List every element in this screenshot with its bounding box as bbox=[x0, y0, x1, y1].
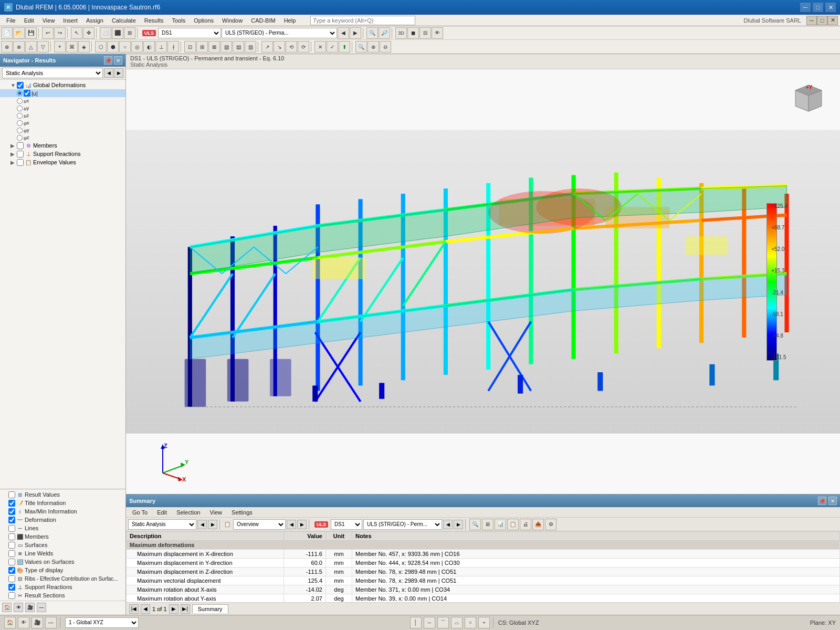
tb2-5[interactable]: ⌖ bbox=[54, 41, 66, 52]
nav-pin-btn[interactable]: 📌 bbox=[104, 56, 112, 65]
tb2-12[interactable]: ◐ bbox=[143, 41, 155, 52]
tb2-11[interactable]: ◎ bbox=[131, 41, 143, 52]
nav-close-btn[interactable]: ✕ bbox=[114, 56, 122, 65]
nav-global-deformations-check[interactable] bbox=[17, 82, 24, 89]
nav-title-info[interactable]: 📝 Title Information bbox=[0, 499, 125, 507]
menu-calculate[interactable]: Calculate bbox=[108, 15, 140, 26]
search-input[interactable] bbox=[310, 16, 415, 25]
nav-envelope[interactable]: ▶ 📋 Envelope Values bbox=[0, 158, 125, 166]
table-row[interactable]: Maximum displacement in Z-direction -111… bbox=[127, 568, 840, 576]
viewport-canvas[interactable]: +125.4 +88.7 +52.0 +15.3 -21.4 -58.1 -94… bbox=[126, 69, 840, 494]
summary-pin-btn[interactable]: 📌 bbox=[818, 497, 826, 505]
nav-members-disp[interactable]: ⬛ Members bbox=[0, 532, 125, 541]
status-dash-btn[interactable]: — bbox=[45, 617, 57, 628]
nav-item-phix[interactable]: φx bbox=[0, 119, 125, 127]
sum-load-next[interactable]: ▶ bbox=[454, 520, 463, 529]
sum-load-select[interactable]: ULS (STR/GEO) - Perm... bbox=[363, 519, 442, 530]
nav-support-reactions-disp[interactable]: ⊥ Support Reactions bbox=[0, 583, 125, 591]
tb2-26[interactable]: ✓ bbox=[327, 41, 338, 52]
tb-select[interactable]: ↖ bbox=[71, 27, 82, 39]
nav-item-phiy[interactable]: φy bbox=[0, 127, 125, 134]
menu-insert[interactable]: Insert bbox=[59, 15, 82, 26]
sum-tb3[interactable]: 📊 bbox=[495, 519, 506, 530]
summary-goto[interactable]: Go To bbox=[128, 509, 152, 516]
tb2-9[interactable]: ⬢ bbox=[107, 41, 119, 52]
menu-edit[interactable]: Edit bbox=[20, 15, 38, 26]
nav-item-uz[interactable]: uz bbox=[0, 112, 125, 119]
tb2-2[interactable]: ⊗ bbox=[13, 41, 25, 52]
tb2-29[interactable]: ⊕ bbox=[368, 41, 379, 52]
summary-view[interactable]: View bbox=[205, 509, 226, 516]
sb-tb4[interactable]: ⌓ bbox=[451, 617, 463, 628]
table-row[interactable]: Maximum displacement in Y-direction 60.0… bbox=[127, 559, 840, 568]
tb2-19[interactable]: ▤ bbox=[233, 41, 244, 52]
table-row[interactable]: Maximum rotation about Y-axis 2.07 deg M… bbox=[127, 594, 840, 603]
nav-bottom-btn1[interactable]: 🏠 bbox=[2, 603, 12, 612]
sum-tb4[interactable]: 📋 bbox=[507, 519, 519, 530]
tb2-10[interactable]: ○ bbox=[119, 41, 131, 52]
sb-tb2[interactable]: ↔ bbox=[424, 617, 435, 628]
table-row[interactable]: Maximum rotation about X-axis -14.02 deg… bbox=[127, 585, 840, 594]
sum-ds-select[interactable]: DS1 bbox=[331, 519, 362, 530]
summary-view-select[interactable]: Overview bbox=[233, 519, 286, 530]
menu-tools[interactable]: Tools bbox=[167, 15, 190, 26]
minimize-button[interactable]: ─ bbox=[800, 3, 811, 12]
tb2-20[interactable]: ▥ bbox=[245, 41, 256, 52]
nav-members[interactable]: ▶ ⚙ Members bbox=[0, 141, 125, 150]
tb2-25[interactable]: ✕ bbox=[314, 41, 326, 52]
nav-item-u-abs[interactable]: |u| bbox=[0, 89, 125, 97]
inner-minimize[interactable]: ─ bbox=[806, 16, 817, 25]
tb2-27[interactable]: ⬆ bbox=[339, 41, 350, 52]
status-cam-btn[interactable]: 🎥 bbox=[32, 617, 43, 628]
close-button[interactable]: ✕ bbox=[825, 3, 836, 12]
sb-tb5[interactable]: ○ bbox=[465, 617, 476, 628]
tb-undo[interactable]: ↩ bbox=[42, 27, 54, 39]
tb2-3[interactable]: △ bbox=[25, 41, 37, 52]
sum-tb6[interactable]: 📤 bbox=[532, 519, 544, 530]
cs-select[interactable]: 1 - Global XYZ bbox=[65, 617, 139, 628]
tb2-22[interactable]: ↘ bbox=[274, 41, 285, 52]
nav-values-surfaces[interactable]: 🔢 Values on Surfaces bbox=[0, 558, 125, 566]
nav-item-ux[interactable]: ux bbox=[0, 97, 125, 104]
nav-item-phiz[interactable]: φz bbox=[0, 134, 125, 141]
nav-envelope-check[interactable] bbox=[17, 159, 24, 166]
nav-support-reactions[interactable]: ▶ ⊥ Support Reactions bbox=[0, 150, 125, 158]
menu-window[interactable]: Window bbox=[218, 15, 247, 26]
page-next-btn[interactable]: ▶ bbox=[169, 604, 178, 614]
uls-select[interactable]: DS1 bbox=[158, 28, 221, 38]
nav-lines[interactable]: ─ Lines bbox=[0, 524, 125, 532]
nav-bottom-btn3[interactable]: 🎥 bbox=[25, 603, 35, 612]
nav-next-btn[interactable]: ▶ bbox=[114, 68, 123, 78]
summary-close-btn[interactable]: ✕ bbox=[828, 497, 837, 505]
nav-line-welds[interactable]: ≋ Line Welds bbox=[0, 549, 125, 558]
tb-move[interactable]: ✥ bbox=[83, 27, 94, 39]
nav-ribs[interactable]: ⊟ Ribs - Effective Contribution on Surfa… bbox=[0, 574, 125, 583]
summary-selection[interactable]: Selection bbox=[172, 509, 204, 516]
sum-tb2[interactable]: ⊞ bbox=[482, 519, 494, 530]
page-prev-btn[interactable]: ◀ bbox=[141, 604, 150, 614]
sum-view-prev[interactable]: ◀ bbox=[287, 520, 296, 529]
menu-cadbim[interactable]: CAD-BIM bbox=[247, 15, 279, 26]
nav-deformation[interactable]: 〰 Deformation bbox=[0, 516, 125, 524]
sb-tb1[interactable]: │ bbox=[410, 617, 422, 628]
tb-save[interactable]: 💾 bbox=[25, 27, 37, 39]
tb2-23[interactable]: ⟲ bbox=[286, 41, 297, 52]
nav-prev-btn[interactable]: ◀ bbox=[104, 68, 113, 78]
tb2-8[interactable]: ⬡ bbox=[95, 41, 107, 52]
tb2-6[interactable]: ⌘ bbox=[66, 41, 78, 52]
summary-edit[interactable]: Edit bbox=[153, 509, 171, 516]
tb-redo[interactable]: ↪ bbox=[54, 27, 66, 39]
page-last-btn[interactable]: ▶| bbox=[181, 604, 190, 614]
tb-view1[interactable]: ⬜ bbox=[100, 27, 111, 39]
tb-zoom-out[interactable]: 🔎 bbox=[379, 27, 390, 39]
tb2-14[interactable]: ∤ bbox=[167, 41, 179, 52]
status-eye-btn[interactable]: 👁 bbox=[18, 617, 29, 628]
tb2-17[interactable]: ⊠ bbox=[208, 41, 220, 52]
nav-global-deformations[interactable]: ▼ 📊 Global Deformations bbox=[0, 81, 125, 89]
sum-next-btn[interactable]: ▶ bbox=[208, 520, 217, 529]
sum-load-prev[interactable]: ◀ bbox=[443, 520, 453, 529]
menu-view[interactable]: View bbox=[38, 15, 59, 26]
tb-zoom-in[interactable]: 🔍 bbox=[366, 27, 378, 39]
menu-file[interactable]: File bbox=[2, 15, 20, 26]
sum-prev-btn[interactable]: ◀ bbox=[197, 520, 207, 529]
